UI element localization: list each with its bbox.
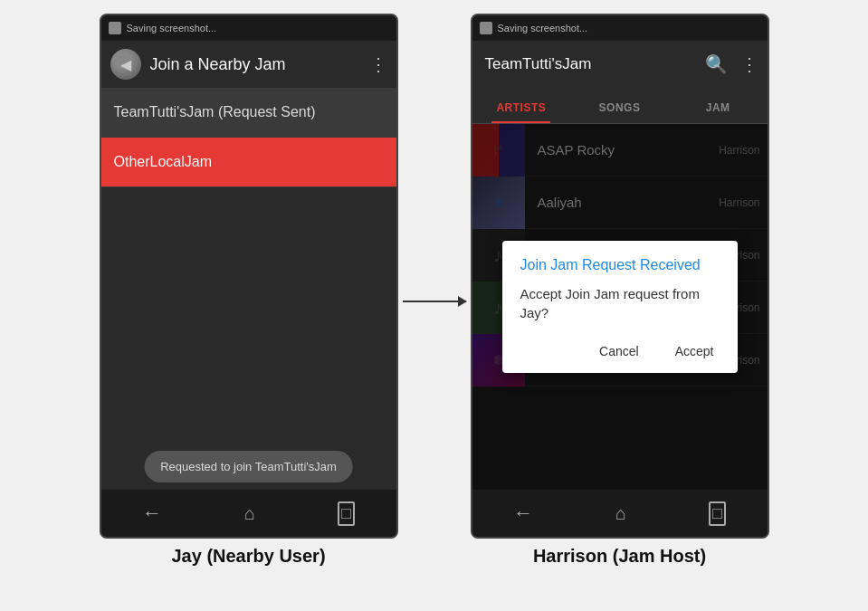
- arrow-container: [398, 39, 471, 564]
- left-status-text: Saving screenshot...: [127, 23, 217, 33]
- status-pill: Requested to join TeamTutti'sJam: [144, 451, 353, 482]
- right-nav-bar: ← ⌂ □: [472, 490, 768, 537]
- dialog-buttons: Cancel Accept: [502, 337, 738, 373]
- dialog-cancel-button[interactable]: Cancel: [585, 337, 653, 366]
- right-phone-label: Harrison (Jam Host): [533, 546, 706, 567]
- tab-jam[interactable]: JAM: [669, 101, 768, 123]
- tab-songs[interactable]: SONGS: [570, 101, 669, 123]
- jam-list: TeamTutti'sJam (Request Sent) OtherLocal…: [101, 88, 396, 187]
- harrison-phone-wrapper: Saving screenshot... TeamTutti'sJam 🔍 ⋮ …: [471, 14, 769, 567]
- dialog-title: Join Jam Request Received: [502, 241, 738, 281]
- right-screenshot-icon: [480, 22, 492, 34]
- left-nav-bar: ← ⌂ □: [101, 490, 396, 537]
- left-avatar: ◀: [110, 49, 141, 80]
- left-app-header: ◀ Join a Nearby Jam ⋮: [101, 41, 396, 88]
- left-recents-icon[interactable]: □: [338, 501, 355, 526]
- left-content: TeamTutti'sJam (Request Sent) OtherLocal…: [101, 88, 396, 537]
- svg-rect-1: [113, 24, 117, 26]
- right-search-icon[interactable]: 🔍: [705, 53, 728, 75]
- right-recents-icon[interactable]: □: [709, 501, 726, 526]
- left-status-bar: Saving screenshot...: [101, 15, 396, 41]
- svg-rect-3: [484, 24, 488, 26]
- left-screenshot-icon: [109, 22, 121, 34]
- right-overflow-icon[interactable]: ⋮: [740, 53, 758, 75]
- jam-item-request-sent-text: TeamTutti'sJam (Request Sent): [114, 104, 316, 119]
- tabs-bar: ARTISTS SONGS JAM: [472, 88, 768, 124]
- dialog-accept-button[interactable]: Accept: [661, 337, 729, 366]
- left-header-title: Join a Nearby Jam: [150, 55, 360, 74]
- join-jam-dialog: Join Jam Request Received Accept Join Ja…: [502, 241, 738, 373]
- jay-phone-wrapper: Saving screenshot... ◀ Join a Nearby Jam…: [100, 14, 398, 567]
- dialog-overlay: Join Jam Request Received Accept Join Ja…: [472, 124, 768, 490]
- left-overflow-icon[interactable]: ⋮: [369, 53, 387, 75]
- left-back-icon[interactable]: ←: [142, 501, 162, 525]
- left-phone-label: Jay (Nearby User): [171, 546, 325, 567]
- tab-artists[interactable]: ARTISTS: [472, 101, 571, 123]
- jay-phone: Saving screenshot... ◀ Join a Nearby Jam…: [100, 14, 398, 539]
- arrow-line: [403, 301, 466, 302]
- jam-item-other-local-text: OtherLocalJam: [114, 154, 213, 169]
- harrison-phone: Saving screenshot... TeamTutti'sJam 🔍 ⋮ …: [471, 14, 769, 539]
- dialog-body: Accept Join Jam request from Jay?: [502, 281, 738, 337]
- jam-item-other-local[interactable]: OtherLocalJam: [101, 138, 396, 187]
- right-header-icons: 🔍 ⋮: [705, 53, 758, 75]
- jam-item-request-sent[interactable]: TeamTutti'sJam (Request Sent): [101, 88, 396, 138]
- svg-rect-2: [482, 25, 490, 32]
- svg-rect-0: [111, 25, 119, 32]
- right-home-icon[interactable]: ⌂: [615, 503, 626, 524]
- right-header-title: TeamTutti'sJam: [482, 55, 696, 73]
- right-back-icon[interactable]: ←: [513, 501, 533, 525]
- artist-list: 🏴 ASAP Rocky Harrison 👤 Aaliyah Harrison: [472, 124, 768, 490]
- left-home-icon[interactable]: ⌂: [244, 503, 255, 524]
- right-app-header: TeamTutti'sJam 🔍 ⋮: [472, 41, 768, 88]
- right-status-bar: Saving screenshot...: [472, 15, 768, 41]
- right-status-text: Saving screenshot...: [498, 23, 588, 33]
